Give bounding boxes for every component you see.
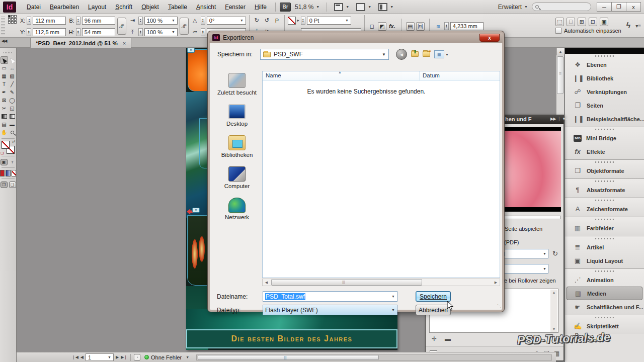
dock-item-effekte[interactable]: fxEffekte [567,145,642,158]
ellipse-tool[interactable]: ◯ [9,97,16,104]
pen-tool[interactable]: ✒ [1,88,8,96]
scroll-right-icon[interactable]: ▶ [492,279,500,286]
scrollbar-thumb[interactable] [271,279,422,286]
width-stepper[interactable]: ▲▼ [76,17,80,25]
file-list-hscrollbar[interactable]: ◀ ▶ [262,279,500,286]
panel-grip[interactable] [565,236,644,240]
dialog-title-bar[interactable]: Id Exportieren x [209,33,503,43]
close-tab-icon[interactable]: × [123,40,126,46]
close-button[interactable]: x [626,2,641,12]
dialog-close-button[interactable]: x [479,34,500,42]
stroke-weight-stepper[interactable]: ▲▼ [301,17,305,25]
constrain-scale-toggle[interactable]: 🖇 [180,18,189,35]
controller-dropdown[interactable]: ▼ [500,264,548,274]
direct-selection-tool[interactable] [9,56,16,64]
line-tool[interactable]: ╱ [9,80,16,88]
autofit-checkbox[interactable] [555,28,561,34]
gradient-tool[interactable] [1,113,8,120]
dock-item-artikel[interactable]: ≣Artikel [567,240,642,254]
selection-tool[interactable] [1,56,8,64]
y-stepper[interactable]: ▲▼ [27,28,31,36]
panel-grip[interactable] [565,315,644,319]
file-list[interactable]: ▲ Name Datum Es wurden keine Suchergebni… [262,71,500,278]
x-stepper[interactable]: ▲▼ [27,17,31,25]
panel-grip[interactable] [565,160,644,164]
x-position-field[interactable]: 112 mm [33,17,66,25]
effects-icon[interactable]: fx. [388,22,396,31]
panel-grip[interactable] [1,17,5,36]
menu-item-schrift[interactable]: Schrift [111,2,137,13]
save-in-dropdown[interactable]: PSD_SWF ▼ [260,49,389,60]
panel-grip[interactable] [565,269,644,273]
panel-grip[interactable] [565,54,644,58]
dock-item-seiten[interactable]: ❐Seiten [567,99,642,112]
stroke-weight-dropdown[interactable]: 0 Pt▼ [307,17,351,25]
content-placer-tool[interactable]: ▧ [9,72,16,80]
zoom-tool[interactable] [9,129,16,136]
poster-dropdown[interactable]: d▼ [500,249,548,258]
scale-x-stepper[interactable]: ▲▼ [138,17,143,25]
rotate-ccw-icon[interactable]: ↺ [263,16,271,25]
flip-horizontal-icon[interactable]: P [273,16,281,25]
wrap-none-icon[interactable]: ▤ [406,22,415,31]
vertical-scrollbar-thumb[interactable] [557,56,564,94]
hand-tool[interactable]: ✋ [1,129,8,136]
apply-none-button[interactable] [12,170,16,176]
column-header-date[interactable]: Datum [420,71,443,80]
dock-item-animation[interactable]: ⋰Animation [567,273,642,287]
frame-tool[interactable]: ⊠ [1,97,8,104]
normal-view-mode-button[interactable]: ❐ [1,182,8,188]
panel-grip[interactable] [565,198,644,202]
cactus-image-frame[interactable] [187,215,208,286]
minimize-button[interactable]: ─ [597,2,612,12]
tulip-image-frame[interactable] [188,49,208,92]
panel-menu-icon[interactable]: ▾≡ [635,23,641,29]
measure-tool[interactable]: ▬ [9,121,16,128]
pencil-tool[interactable]: ✎ [9,88,16,96]
preflight-icon[interactable]: ◔ [134,354,140,360]
rotation-dropdown[interactable]: 0°▼ [207,17,246,25]
fill-stroke-control[interactable]: ⇄ ❏ [2,141,15,154]
panel-menu-icon[interactable]: ▾≡ [563,116,568,121]
y-position-field[interactable]: 112,5 mm [33,28,66,36]
swap-fill-stroke-icon[interactable]: ⇄ [12,139,16,144]
note-tool[interactable]: ▤ [1,121,8,128]
restore-button[interactable]: ❐ [611,2,626,12]
preflight-menu-icon[interactable]: ▼ [186,355,189,359]
horizontal-scrollbar[interactable] [196,354,552,361]
constrain-proportions-toggle[interactable]: 🖇 [117,18,126,35]
free-transform-tool[interactable]: ◱ [9,105,16,112]
wrap-around-icon[interactable]: 回 [416,22,425,31]
scissors-tool[interactable]: ✂ [1,105,8,112]
menu-item-ansicht[interactable]: Ansicht [192,2,220,13]
back-button[interactable]: ◄ [396,49,407,60]
fit-content-icon[interactable]: ⬚ [555,18,564,26]
screen-mode-dropdown[interactable]: ▼ [353,2,374,12]
scroll-up-icon[interactable]: ▲ [556,48,565,55]
dock-item-mini-bridge[interactable]: MbMini Bridge [567,131,642,145]
scale-y-stepper[interactable]: ▲▼ [138,28,143,36]
panel-grip[interactable] [565,179,644,183]
scroll-left-icon[interactable]: ◀ [263,279,270,286]
corner-options-icon[interactable]: ◻ [368,22,376,31]
panel-grip[interactable] [565,127,644,131]
menu-item-objekt[interactable]: Objekt [137,2,164,13]
center-content-icon[interactable]: ⊡ [589,18,597,26]
up-one-level-icon[interactable]: ⬆ [411,51,419,58]
link-badge-icon[interactable]: ⚭ [187,48,195,53]
rotate-cw-icon[interactable]: ↻ [253,16,261,25]
type-tool[interactable]: T [1,80,8,88]
list-scrollbar[interactable]: ▲▼ [550,290,557,332]
content-collector-tool[interactable]: ▦ [1,72,8,80]
search-input[interactable] [532,3,591,11]
views-menu-icon[interactable]: ▦▼ [434,50,449,58]
horizontal-scrollbar-thumb[interactable] [198,355,379,360]
rotation-stepper[interactable]: ▲▼ [201,17,205,25]
scale-x-dropdown[interactable]: 100 %▼ [144,17,178,25]
default-swatches-icon[interactable]: ❏ [1,151,4,155]
dock-item-zeichenformate[interactable]: AZeichenformate [567,202,642,216]
dock-item-liquid-layout[interactable]: ▣Liquid Layout [567,254,642,267]
filetype-dropdown[interactable]: Flash Player (SWF) ▼ [263,305,397,315]
dock-item-farbfelder[interactable]: ▦Farbfelder [567,221,642,235]
fit-frame-icon[interactable]: ⎕ [567,18,575,26]
